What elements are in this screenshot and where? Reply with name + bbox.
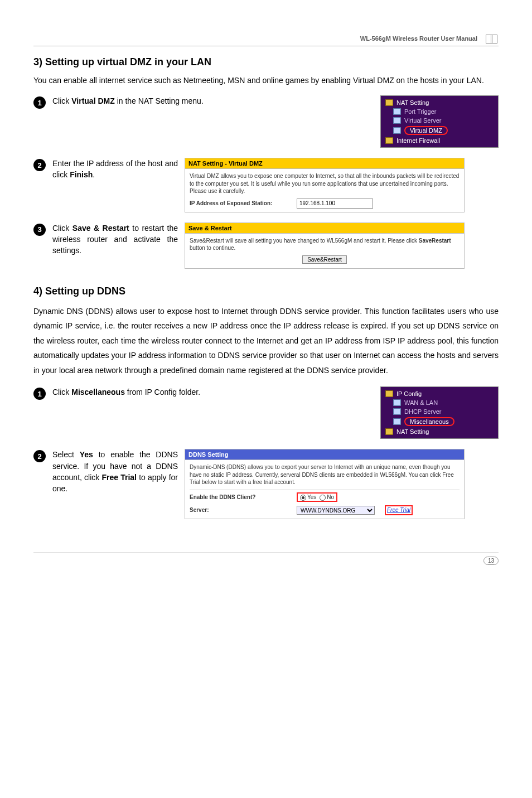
nav-item-dhcp-server[interactable]: DHCP Server	[381, 407, 498, 416]
panel-title-save: Save & Restart	[185, 223, 464, 234]
section-4-intro: Dynamic DNS (DDNS) allows user to expose…	[33, 304, 499, 378]
radio-icon	[300, 495, 306, 501]
step-badge-2: 2	[33, 159, 46, 171]
nav-item-port-trigger[interactable]: Port Trigger	[381, 107, 498, 116]
file-icon	[393, 117, 401, 124]
nat-nav-tree-screenshot: NAT Setting Port Trigger Virtual Server …	[380, 95, 499, 148]
nav-item-nat-setting[interactable]: NAT Setting	[381, 98, 498, 107]
page-number: 13	[483, 557, 499, 565]
ddns-radio-yes[interactable]: Yes	[300, 494, 316, 501]
step-badge-2b: 2	[33, 450, 46, 462]
step-badge-1: 1	[33, 96, 46, 109]
ipconfig-nav-tree-screenshot: IP Config WAN & LAN DHCP Server Miscella…	[380, 386, 499, 439]
folder-icon	[385, 137, 393, 144]
ip-exposed-label: IP Address of Exposed Station:	[190, 200, 290, 207]
panel-title-nat: NAT Setting - Virtual DMZ	[185, 158, 464, 169]
free-trial-link[interactable]: Free Trial	[385, 505, 413, 515]
page-content: WL-566gM Wireless Router User Manual 3) …	[0, 0, 532, 587]
ddns-radio-no[interactable]: No	[320, 494, 334, 501]
manual-title: WL-566gM Wireless Router User Manual	[360, 35, 477, 42]
save-restart-panel: Save & Restart Save&Restart will save al…	[185, 223, 465, 269]
nav-item-internet-firewall[interactable]: Internet Firewall	[381, 136, 498, 145]
step-4-2-text: Select Yes to enable the DDNS service. I…	[52, 449, 178, 494]
page-header: WL-566gM Wireless Router User Manual	[33, 33, 499, 46]
save-restart-button[interactable]: Save&Restart	[302, 255, 347, 264]
server-label: Server:	[190, 506, 290, 514]
panel-body-save: Save&Restart will save all setting you h…	[185, 234, 464, 268]
ddns-setting-panel: DDNS Setting Dynamic-DNS (DDNS) allows y…	[185, 449, 465, 519]
nav-item-virtual-dmz[interactable]: Virtual DMZ	[381, 125, 498, 136]
file-icon	[393, 418, 401, 425]
panel-body-nat: Virtual DMZ allows you to expose one com…	[185, 169, 464, 212]
section-4-step-1: 1 Click Miscellaneous from IP Config fol…	[33, 386, 499, 439]
panel-title-ddns: DDNS Setting	[185, 449, 464, 460]
section-3-step-1: 1 Click Virtual DMZ in the NAT Setting m…	[33, 95, 499, 148]
nat-panel-desc: Virtual DMZ allows you to expose one com…	[190, 172, 460, 195]
ddns-yes-no-group: Yes No	[297, 492, 337, 502]
section-4-heading: 4) Setting up DDNS	[33, 286, 499, 297]
file-icon	[393, 399, 401, 406]
nav-item-ip-config[interactable]: IP Config	[381, 389, 498, 398]
section-3-step-2: 2 Enter the IP address of the host and c…	[33, 158, 499, 212]
ddns-panel-desc: Dynamic-DNS (DDNS) allows you to export …	[190, 463, 460, 486]
nat-virtual-dmz-panel: NAT Setting - Virtual DMZ Virtual DMZ al…	[185, 158, 465, 212]
ip-exposed-input[interactable]	[297, 199, 373, 209]
step-4-1-text: Click Miscellaneous from IP Config folde…	[52, 386, 298, 398]
enable-ddns-label: Enable the DDNS Client?	[190, 494, 290, 501]
server-select[interactable]: WWW.DYNDNS.ORG	[297, 506, 375, 515]
radio-icon	[320, 495, 326, 501]
nav-item-wan-lan[interactable]: WAN & LAN	[381, 398, 498, 407]
folder-icon	[385, 428, 393, 435]
section-3-step-3: 3 Click Save & Restart to restart the wi…	[33, 223, 499, 269]
section-4-step-2: 2 Select Yes to enable the DDNS service.…	[33, 449, 499, 519]
file-icon	[393, 127, 401, 134]
page-footer: 13	[33, 553, 499, 565]
step-2-text: Enter the IP address of the host and cli…	[52, 158, 178, 181]
nav-item-nat-setting-2[interactable]: NAT Setting	[381, 427, 498, 436]
nav-item-miscellaneous[interactable]: Miscellaneous	[381, 416, 498, 427]
router-logo-icon	[484, 33, 499, 43]
section-3-intro: You can enable all internet service such…	[33, 75, 499, 86]
nav-item-virtual-server[interactable]: Virtual Server	[381, 116, 498, 125]
section-3-heading: 3) Setting up virtual DMZ in your LAN	[33, 56, 499, 68]
file-icon	[393, 108, 401, 115]
panel-body-ddns: Dynamic-DNS (DDNS) allows you to export …	[185, 460, 464, 519]
step-3-text: Click Save & Restart to restart the wire…	[52, 223, 178, 257]
folder-icon	[385, 390, 393, 397]
step-badge-1b: 1	[33, 388, 46, 400]
step-badge-3: 3	[33, 224, 46, 236]
folder-icon	[385, 99, 393, 106]
step-1-text: Click Virtual DMZ in the NAT Setting men…	[52, 95, 298, 107]
file-icon	[393, 408, 401, 415]
